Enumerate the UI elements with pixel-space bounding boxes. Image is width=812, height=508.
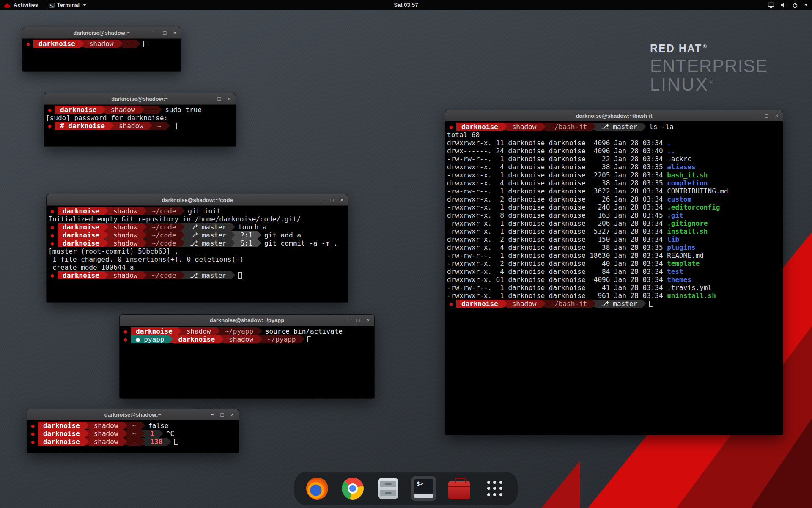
terminal-line: -rw-rw-r--. 1 darknoise darknoise 3622 J…: [447, 187, 783, 195]
app-menu-terminal[interactable]: >_ Terminal: [49, 2, 86, 8]
dock-item-terminal[interactable]: [411, 476, 436, 501]
activities-button[interactable]: Activities: [3, 2, 38, 8]
terminal-line: ●darknoiseshadow~/bash-it⎇ master: [447, 300, 783, 308]
window-titlebar[interactable]: darknoise@shadow:~ − □ ×: [27, 409, 239, 420]
window-titlebar[interactable]: darknoise@shadow:~/pyapp − □ ×: [120, 315, 374, 326]
dock-item-toolbox[interactable]: [447, 476, 472, 501]
terminal-line: ●darknoiseshadow~/bash-it⎇ masterls -la: [447, 123, 783, 131]
powerline-arrow-icon: [104, 271, 108, 279]
powerline-arrow-icon: [141, 422, 145, 429]
window-maximize-button[interactable]: □: [357, 318, 360, 323]
terminal-content[interactable]: ●darknoiseshadow~sudo true[sudo] passwor…: [44, 105, 236, 146]
terminal-line: ●darknoiseshadow~/code⎇ mastertouch a: [48, 223, 348, 231]
terminal-cursor: [238, 272, 242, 279]
terminal-line: ●darknoiseshadow~/codegit init: [48, 207, 348, 215]
brand-enterprise-text: ENTERPRISE: [650, 57, 768, 75]
powerline-arrow-icon: [181, 271, 185, 279]
terminal-window-bash-it: darknoise@shadow:~/bash-it − □ × ●darkno…: [445, 110, 783, 435]
terminal-line: ●● pyappdarknoiseshadow~/pyapp: [121, 335, 374, 343]
window-close-button[interactable]: ×: [775, 113, 778, 119]
powerline-arrow-icon: [166, 122, 170, 130]
powerline-arrow-icon: [104, 223, 108, 231]
terminal-text-out: drwx------. 24 darknoise darknoise 4096 …: [447, 147, 667, 155]
terminal-cursor: [173, 123, 177, 129]
window-maximize-button[interactable]: □: [218, 96, 221, 102]
terminal-text-out: [master (root-commit) 50bcb63] .: [48, 247, 178, 255]
terminal-line: drwxrwxr-x. 4 darknoise darknoise 38 Jan…: [447, 163, 783, 171]
terminal-content[interactable]: ●darknoiseshadow~/pyappsource bin/activa…: [120, 326, 374, 398]
window-close-button[interactable]: ×: [173, 30, 176, 36]
prompt-segment-p-path: ~: [127, 422, 142, 430]
window-minimize-button[interactable]: −: [755, 113, 758, 119]
grid-dot: [493, 493, 496, 496]
terminal-cursor: [143, 41, 147, 47]
powerline-arrow-icon: [181, 239, 185, 247]
window-close-button[interactable]: ×: [228, 96, 231, 102]
dock-item-show-applications[interactable]: [482, 476, 508, 501]
terminal-window-pyapp: darknoise@shadow:~/pyapp − □ × ●darknois…: [120, 315, 374, 398]
prompt-segment-p-host: shadow: [114, 122, 148, 130]
powerline-arrow-icon: [301, 335, 304, 343]
window-close-button[interactable]: ×: [230, 412, 234, 417]
window-maximize-button[interactable]: □: [765, 113, 768, 119]
window-controls: − □ ×: [153, 27, 176, 39]
clock[interactable]: Sat 03:57: [0, 2, 812, 8]
powerline-arrow-icon: [258, 327, 262, 335]
terminal-text-dir: test: [667, 268, 683, 276]
window-minimize-button[interactable]: −: [153, 30, 156, 36]
terminal-content[interactable]: ●darknoiseshadow~false●darknoiseshadow~1…: [27, 420, 239, 453]
powerline-arrow-icon: [102, 106, 106, 113]
redhat-icon: ●: [49, 207, 55, 215]
window-maximize-button[interactable]: □: [330, 197, 334, 203]
prompt-segment-p-user: darknoise: [58, 207, 104, 215]
window-minimize-button[interactable]: −: [211, 412, 214, 417]
window-titlebar[interactable]: darknoise@shadow:~/bash-it − □ ×: [445, 110, 783, 121]
grid-dot: [493, 487, 496, 490]
terminal-text-out: [sudo] password for darknoise:: [46, 114, 172, 122]
prompt-segment-p-git: ⎇ master: [185, 271, 231, 279]
window-titlebar[interactable]: darknoise@shadow:~/code − □ ×: [47, 194, 348, 206]
window-maximize-button[interactable]: □: [221, 412, 224, 417]
prompt-segment-p-host: shadow: [108, 271, 143, 279]
terminal-app-icon: >_: [49, 3, 55, 8]
window-titlebar[interactable]: darknoise@shadow:~ − □ ×: [22, 27, 181, 39]
window-minimize-button[interactable]: −: [346, 318, 350, 323]
dock-item-files[interactable]: [376, 476, 401, 501]
terminal-text-out: -rwxrwxr-x. 1 darknoise darknoise 206 Ja…: [447, 219, 667, 227]
activities-label: Activities: [14, 2, 38, 8]
window-titlebar[interactable]: darknoise@shadow:~ − □ ×: [44, 93, 236, 105]
terminal-line: drwxrwxr-x. 61 darknoise darknoise 4096 …: [447, 276, 783, 284]
powerline-arrow-icon: [143, 239, 147, 247]
window-close-button[interactable]: ×: [340, 197, 343, 203]
dock-item-chrome[interactable]: [340, 476, 365, 501]
prompt-segment-p-user: darknoise: [55, 106, 102, 114]
window-minimize-button[interactable]: −: [320, 197, 324, 203]
window-title: darknoise@shadow:~/code: [47, 194, 348, 206]
terminal-line: -rwxrwxr-x. 2 darknoise darknoise 40 Jan…: [447, 260, 783, 268]
prompt-segment-p-user: darknoise: [33, 40, 80, 48]
terminal-text-cmd: ^C: [166, 430, 174, 438]
window-maximize-button[interactable]: □: [163, 30, 167, 36]
terminal-text-cmd: git commit -a -m .: [264, 239, 337, 247]
prompt-segment-p-git: ⎇ master: [596, 123, 642, 131]
terminal-content[interactable]: ●darknoiseshadow~/codegit initInitialize…: [47, 206, 348, 302]
window-minimize-button[interactable]: −: [208, 96, 211, 102]
app-menu-label: Terminal: [57, 2, 80, 8]
dock-item-firefox[interactable]: [304, 476, 330, 501]
prompt-segment-p-host: shadow: [84, 40, 119, 48]
terminal-line: drwxrwxr-x. 4 darknoise darknoise 84 Jan…: [447, 268, 783, 276]
terminal-content[interactable]: ●darknoiseshadow~: [22, 39, 181, 71]
terminal-text-out: -rw-rw-r--. 1 darknoise darknoise 3622 J…: [447, 187, 728, 195]
firefox-icon: [306, 478, 328, 500]
terminal-text-out: total 68: [447, 131, 480, 139]
terminal-line: -rwxrwxr-x. 1 darknoise darknoise 240 Ja…: [447, 203, 783, 211]
redhat-icon: ●: [122, 335, 129, 343]
window-close-button[interactable]: ×: [366, 318, 370, 323]
terminal-text-cmd: false: [148, 422, 168, 430]
terminal-text-out: drwxrwxr-x. 4 darknoise darknoise 38 Jan…: [447, 163, 667, 171]
powerline-arrow-icon: [231, 239, 235, 247]
system-status-area[interactable]: [768, 2, 808, 8]
terminal-line: -rwxrwxr-x. 1 darknoise darknoise 5327 J…: [447, 227, 783, 235]
terminal-content[interactable]: ●darknoiseshadow~/bash-it⎇ masterls -lat…: [445, 121, 783, 435]
powerline-arrow-icon: [258, 239, 261, 247]
